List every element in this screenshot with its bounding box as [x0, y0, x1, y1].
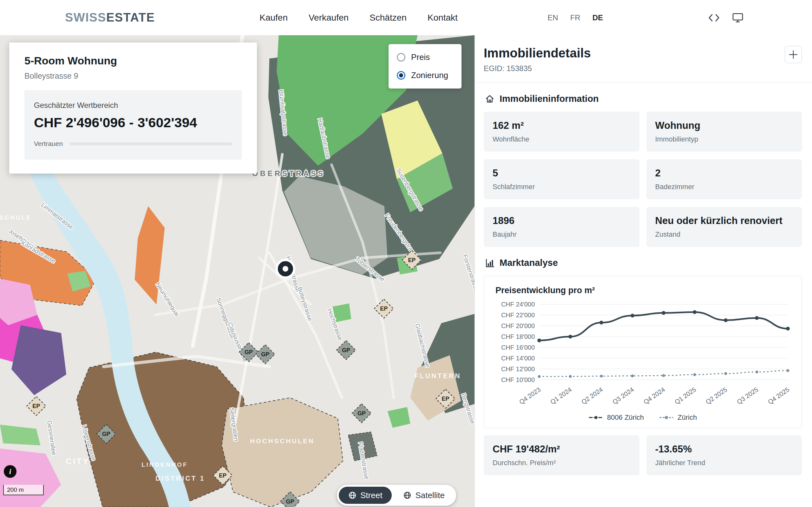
map-district-label: CITY: [66, 457, 90, 466]
chart-data-point: [631, 374, 634, 377]
y-tick-label: CHF 12'000: [501, 365, 535, 373]
info-card-baujahr: 1896 Baujahr: [484, 207, 639, 247]
card-label: Jährlicher Trend: [655, 459, 793, 467]
x-tick-label: Q4 2023: [518, 386, 542, 405]
info-cards-grid: 162 m² Wohnfläche Wohnung Immobilientyp …: [484, 112, 802, 247]
info-icon: i: [9, 467, 11, 476]
map-info-button[interactable]: i: [4, 465, 16, 478]
zone-tag-label: GP: [286, 498, 294, 505]
satellite-view-button[interactable]: Satellite: [394, 487, 454, 504]
info-card-zustand: Neu oder kürzlich renoviert Zustand: [646, 207, 802, 247]
layer-option-label: Preis: [411, 52, 430, 62]
chart-data-point: [662, 311, 666, 315]
map-marker[interactable]: [276, 260, 294, 277]
property-details-panel: Immobiliendetails EGID: 153835 Immobilie…: [475, 35, 812, 507]
card-value: 5: [493, 168, 631, 179]
stat-card-avg-price: CHF 19'482/m² Durchschn. Preis/m²: [484, 435, 639, 475]
price-trend-chart: CHF 24'000CHF 22'000CHF 20'000CHF 18'000…: [492, 300, 794, 413]
x-tick-label: Q2 2024: [580, 386, 604, 405]
zone-tag-label: GP: [358, 410, 366, 416]
confidence-row: Vertrauen: [34, 140, 232, 148]
panel-header: Immobiliendetails EGID: 153835: [484, 46, 802, 73]
y-tick-label: CHF 16'000: [501, 344, 535, 351]
nav-kaufen[interactable]: Kaufen: [259, 13, 288, 23]
estimate-box: Geschätzter Wertbereich CHF 2'496'096 - …: [24, 90, 242, 160]
chart-data-point: [568, 335, 572, 339]
zone-tag-label: EP: [442, 396, 449, 402]
layer-option-preis[interactable]: Preis: [397, 52, 453, 62]
radio-selected-icon: [397, 71, 405, 79]
chart-data-point: [725, 372, 727, 375]
map-view-toggle: Street Satellite: [337, 485, 456, 506]
property-summary-card: 5-Room Wohnung Bolleystrasse 9 Geschätzt…: [9, 43, 257, 174]
y-tick-label: CHF 10'000: [501, 376, 535, 383]
panel-divider: [475, 82, 812, 83]
dashed-line-sample: [659, 415, 674, 419]
language-switcher: EN FR DE: [548, 13, 603, 22]
satellite-view-label: Satellite: [415, 491, 445, 500]
layer-option-zonierung[interactable]: Zonierung: [397, 70, 453, 80]
property-address: Bolleystrasse 9: [24, 71, 242, 80]
card-value: Wohnung: [655, 120, 793, 131]
x-tick-label: Q1 2024: [549, 386, 573, 405]
lang-en[interactable]: EN: [548, 13, 558, 22]
card-label: Schlafzimmer: [493, 183, 631, 191]
zone-tag-label: EP: [408, 257, 416, 263]
chart-data-point: [755, 316, 759, 320]
top-navbar: SWISSESTATE Kaufen Verkaufen Schätzen Ko…: [0, 0, 812, 35]
map-container[interactable]: BlümlisalpstrasseHadlaubstrasseSusenberg…: [0, 35, 475, 507]
estimate-label: Geschätzter Wertbereich: [34, 101, 232, 110]
chart-data-point: [693, 310, 696, 314]
nav-verkaufen[interactable]: Verkaufen: [309, 13, 349, 23]
brand-second: ESTATE: [106, 11, 155, 24]
zone-tag-label: GP: [342, 347, 350, 353]
property-title: 5-Room Wohnung: [24, 55, 242, 67]
x-tick-label: Q1 2025: [673, 386, 697, 405]
chart-legend: 8006 Zürich Zürich: [492, 413, 794, 421]
brand-first: SWISS: [65, 11, 106, 24]
y-tick-label: CHF 14'000: [501, 355, 535, 362]
map-district-label: DISTRICT 1: [155, 474, 205, 482]
info-card-immobilientyp: Wohnung Immobilientyp: [646, 112, 802, 152]
zone-tag-label: GP: [102, 431, 110, 437]
street-view-label: Street: [360, 491, 382, 500]
nav-schaetzen[interactable]: Schätzen: [370, 13, 407, 23]
globe-icon: [403, 491, 412, 499]
market-section-title: Marktanalyse: [500, 258, 558, 268]
chart-data-point: [538, 375, 541, 378]
recenter-button[interactable]: [785, 46, 802, 63]
card-value: Neu oder kürzlich renoviert: [655, 215, 793, 227]
globe-icon: [348, 491, 357, 499]
x-tick-label: Q3 2024: [611, 386, 635, 405]
legend-zuerich: Zürich: [659, 413, 697, 421]
street-view-button[interactable]: Street: [339, 487, 392, 504]
nav-kontakt[interactable]: Kontakt: [428, 13, 458, 23]
map-layer-control: Preis Zonierung: [388, 44, 461, 89]
card-value: CHF 19'482/m²: [493, 444, 631, 455]
map-district-label: SCHULE: [0, 214, 32, 221]
app-root: SWISSESTATE Kaufen Verkaufen Schätzen Ko…: [0, 0, 812, 507]
market-stats-grid: CHF 19'482/m² Durchschn. Preis/m² -13.65…: [484, 435, 802, 475]
code-brackets-icon[interactable]: [708, 12, 720, 23]
y-tick-label: CHF 18'000: [501, 333, 535, 340]
house-icon: [485, 94, 495, 104]
radio-unselected-icon: [397, 53, 405, 62]
x-tick-label: Q2 2025: [704, 386, 728, 405]
info-card-badezimmer: 2 Badezimmer: [646, 159, 802, 199]
chart-data-point: [786, 327, 790, 331]
map-scale-bar: 200 m: [3, 485, 44, 495]
lang-fr[interactable]: FR: [570, 13, 580, 22]
brand-logo[interactable]: SWISSESTATE: [65, 11, 155, 24]
zone-tag-label: EP: [380, 305, 388, 312]
card-label: Baujahr: [493, 230, 631, 239]
chart-data-point: [662, 374, 665, 377]
confidence-label: Vertrauen: [34, 140, 63, 148]
lang-de[interactable]: DE: [592, 13, 603, 22]
map-district-label: LINDENHOF: [141, 461, 188, 468]
monitor-icon[interactable]: [732, 12, 744, 23]
card-value: -13.65%: [655, 444, 793, 455]
egid-label: EGID: 153835: [484, 64, 591, 73]
x-tick-label: Q3 2025: [736, 386, 759, 405]
map-district-label: FLUNTERN: [415, 372, 461, 380]
y-tick-label: CHF 24'000: [501, 301, 535, 308]
